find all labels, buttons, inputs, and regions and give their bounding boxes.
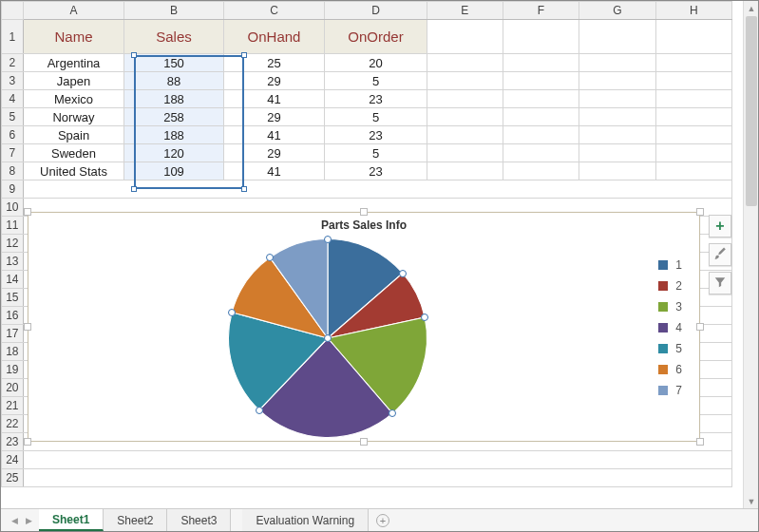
select-all-corner[interactable] [2,2,24,20]
cell[interactable]: 23 [325,162,427,180]
cell-a1[interactable]: Name [23,20,124,54]
col-header-f[interactable]: F [503,2,579,20]
row-header[interactable]: 25 [2,469,24,487]
sheet-tab-1[interactable]: Sheet1 [39,509,104,531]
cell[interactable]: 41 [223,162,325,180]
legend-item[interactable]: 3 [658,300,682,314]
sheet-tab-warning[interactable]: Evaluation Warning [242,509,369,531]
chart-elements-button[interactable]: + [709,215,731,238]
chart-resize-handle[interactable] [360,208,368,216]
cell[interactable] [655,162,731,180]
row-header[interactable]: 5 [2,108,24,126]
scroll-down-icon[interactable]: ▼ [744,494,759,509]
row-header[interactable]: 24 [2,451,24,469]
cell[interactable]: 188 [124,126,223,144]
cell[interactable]: 5 [325,72,427,90]
cell[interactable] [427,72,503,90]
col-header-c[interactable]: C [223,2,325,20]
row-header[interactable]: 2 [2,54,24,72]
chart-title[interactable]: Parts Sales Info [321,218,407,232]
cell[interactable] [579,108,655,126]
row-header[interactable]: 4 [2,90,24,108]
row-header[interactable]: 10 [2,199,24,217]
cell[interactable] [655,90,731,108]
col-header-d[interactable]: D [325,2,427,20]
cell[interactable] [427,162,503,180]
cell[interactable]: 120 [124,144,223,162]
new-sheet-button[interactable]: + [369,509,397,531]
cell[interactable] [579,126,655,144]
cell[interactable]: Japen [23,72,124,90]
cell[interactable]: 20 [325,54,427,72]
row-header[interactable]: 14 [2,271,24,289]
cell[interactable] [23,469,731,487]
row-header[interactable]: 19 [2,361,24,379]
chart-resize-handle[interactable] [696,323,704,331]
pie-point-handle[interactable] [256,407,263,414]
cell[interactable]: Argentina [23,54,124,72]
legend-item[interactable]: 4 [658,321,682,334]
pie-point-handle[interactable] [421,314,428,321]
legend-item[interactable]: 1 [658,258,682,272]
row-header[interactable]: 22 [2,415,24,433]
row-header[interactable]: 8 [2,162,24,180]
cell[interactable] [427,20,503,54]
cell[interactable] [579,20,655,54]
cell[interactable] [427,54,503,72]
legend-item[interactable]: 6 [658,363,682,376]
row-header[interactable]: 9 [2,180,24,199]
row-header[interactable]: 13 [2,253,24,271]
cell[interactable]: 41 [223,90,325,108]
legend-item[interactable]: 2 [658,279,682,293]
cell[interactable] [427,90,503,108]
row-header[interactable]: 11 [2,217,24,235]
row-header[interactable]: 7 [2,144,24,162]
cell[interactable]: Sweden [23,144,124,162]
cell[interactable]: 29 [223,144,325,162]
cell[interactable] [655,126,731,144]
cell[interactable]: 188 [124,90,223,108]
cell[interactable]: 5 [325,108,427,126]
legend-item[interactable]: 7 [658,384,682,397]
cell[interactable] [503,20,579,54]
sheet-tab-3[interactable]: Sheet3 [167,509,231,531]
row-header[interactable]: 21 [2,397,24,415]
cell[interactable] [579,90,655,108]
cell[interactable]: 258 [124,108,223,126]
row-header[interactable]: 16 [2,307,24,325]
cell[interactable] [579,72,655,90]
sheet-tab-2[interactable]: Sheet2 [104,509,167,531]
cell[interactable]: 23 [325,126,427,144]
cell[interactable]: 41 [223,126,325,144]
col-header-h[interactable]: H [655,2,731,20]
cell[interactable] [503,72,579,90]
col-header-e[interactable]: E [427,2,503,20]
scrollbar-thumb[interactable] [746,16,757,206]
cell[interactable]: 150 [124,54,223,72]
chart-resize-handle[interactable] [24,208,31,216]
selection-handle[interactable] [131,52,137,58]
cell[interactable]: 88 [124,72,223,90]
chart-filter-button[interactable] [709,272,731,294]
cell[interactable] [427,126,503,144]
pie-point-handle[interactable] [324,334,332,342]
pie-point-handle[interactable] [399,270,407,277]
cell[interactable] [655,108,731,126]
legend-item[interactable]: 5 [658,342,682,355]
cell[interactable] [655,20,731,54]
selection-handle[interactable] [241,52,247,58]
tab-nav[interactable]: ◀ ▶ [1,509,39,531]
cell[interactable]: 23 [325,90,427,108]
row-header[interactable]: 17 [2,325,24,343]
cell[interactable] [503,126,579,144]
cell[interactable] [503,54,579,72]
row-header[interactable]: 23 [2,433,24,451]
cell[interactable]: 29 [223,108,325,126]
cell[interactable] [579,54,655,72]
chart-resize-handle[interactable] [24,323,31,331]
pie-point-handle[interactable] [228,309,236,316]
cell[interactable] [503,90,579,108]
col-header-a[interactable]: A [23,2,124,20]
scroll-up-icon[interactable]: ▲ [744,1,759,16]
col-header-g[interactable]: G [579,2,655,20]
